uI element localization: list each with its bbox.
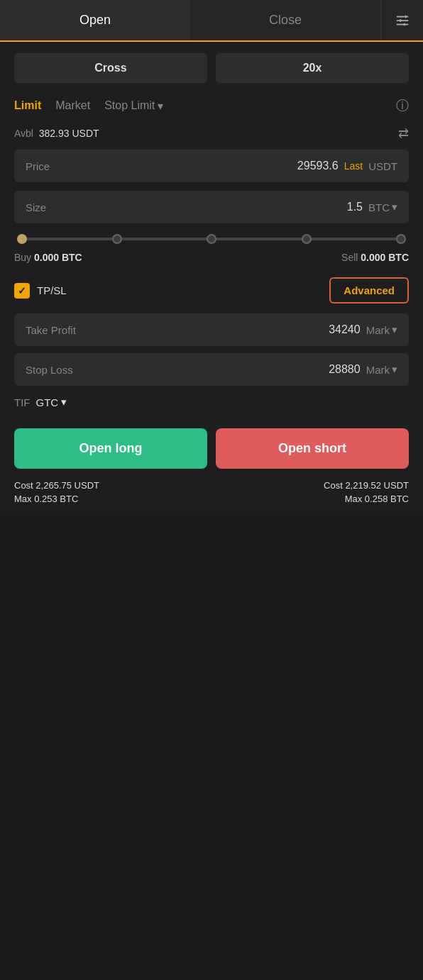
- slider-dot-25: [110, 232, 124, 246]
- tab-open[interactable]: Open: [0, 0, 190, 40]
- order-type-market[interactable]: Market: [55, 99, 90, 112]
- tif-label: TIF: [14, 396, 31, 408]
- price-value-row: 29593.6 Last USDT: [297, 160, 397, 172]
- price-unit: USDT: [368, 160, 397, 172]
- stop-loss-chevron-icon: ▾: [392, 363, 397, 376]
- chevron-down-icon: ▾: [158, 99, 163, 113]
- avbl-label: Avbl 382.93 USDT: [14, 128, 99, 139]
- avbl-amount: 382.93 USDT: [39, 128, 99, 139]
- sell-value: 0.000 BTC: [361, 252, 409, 263]
- tpsl-label: TP/SL: [37, 284, 67, 296]
- slider-dot-75: [300, 232, 314, 246]
- sell-label: Sell 0.000 BTC: [341, 252, 409, 263]
- size-value-row: 1.5 BTC ▾: [347, 201, 397, 213]
- open-short-button[interactable]: Open short: [216, 428, 409, 469]
- mode-row: Cross 20x: [14, 53, 409, 83]
- price-label: Price: [26, 160, 50, 172]
- buy-label: Buy 0.000 BTC: [14, 252, 82, 263]
- stop-loss-right: 28880 Mark ▾: [329, 363, 397, 376]
- price-tag: Last: [344, 160, 363, 172]
- panel-body: Cross 20x Limit Market Stop Limit ▾ ⓘ Av…: [0, 42, 423, 516]
- advanced-button[interactable]: Advanced: [329, 277, 409, 304]
- short-max: Max 0.258 BTC: [345, 494, 409, 504]
- settings-icon[interactable]: [380, 0, 423, 40]
- slider-dot-100: [394, 232, 408, 246]
- tif-row: TIF GTC ▾: [14, 396, 409, 408]
- tif-dropdown[interactable]: GTC ▾: [36, 396, 67, 408]
- cost-row: Cost 2,265.75 USDT Cost 2,219.52 USDT: [14, 480, 409, 491]
- short-cost: Cost 2,219.52 USDT: [324, 480, 409, 491]
- tpsl-row: ✓ TP/SL Advanced: [14, 277, 409, 304]
- buy-value: 0.000 BTC: [34, 252, 82, 263]
- take-profit-chevron-icon: ▾: [392, 323, 397, 336]
- long-max: Max 0.253 BTC: [14, 494, 78, 504]
- action-buttons: Open long Open short: [14, 428, 409, 469]
- cross-button[interactable]: Cross: [14, 53, 207, 83]
- tabs-row: Open Close: [0, 0, 423, 42]
- long-cost: Cost 2,265.75 USDT: [14, 480, 99, 491]
- transfer-icon[interactable]: ⇄: [398, 126, 409, 141]
- tp-sl-inputs: Take Profit 34240 Mark ▾ Stop Loss 28880…: [14, 313, 409, 386]
- price-value: 29593.6: [297, 160, 339, 172]
- order-type-limit[interactable]: Limit: [14, 99, 41, 112]
- order-type-row: Limit Market Stop Limit ▾ ⓘ: [14, 97, 409, 114]
- take-profit-right: 34240 Mark ▾: [329, 323, 397, 336]
- trading-panel: Open Close Cross 20x Limit Market Stop L…: [0, 0, 423, 516]
- buy-sell-row: Buy 0.000 BTC Sell 0.000 BTC: [14, 252, 409, 263]
- slider-track[interactable]: [17, 238, 406, 240]
- tab-close[interactable]: Close: [190, 0, 380, 40]
- stop-loss-unit[interactable]: Mark ▾: [366, 363, 397, 376]
- stop-loss-value: 28880: [329, 363, 361, 376]
- take-profit-input[interactable]: Take Profit 34240 Mark ▾: [14, 313, 409, 346]
- price-input-field[interactable]: Price 29593.6 Last USDT: [14, 150, 409, 182]
- tpsl-checkbox[interactable]: ✓: [14, 283, 30, 299]
- leverage-button[interactable]: 20x: [216, 53, 409, 83]
- size-unit-dropdown[interactable]: BTC ▾: [368, 201, 397, 213]
- stop-loss-label: Stop Loss: [26, 364, 73, 376]
- slider-dots: [17, 234, 406, 244]
- size-value: 1.5: [347, 201, 363, 213]
- slider-dot-50: [204, 232, 219, 246]
- tif-chevron-icon: ▾: [61, 396, 67, 408]
- info-icon[interactable]: ⓘ: [396, 97, 409, 114]
- slider-dot-0: [15, 232, 29, 246]
- stop-loss-input[interactable]: Stop Loss 28880 Mark ▾: [14, 353, 409, 386]
- take-profit-value: 34240: [329, 323, 361, 336]
- size-input-field[interactable]: Size 1.5 BTC ▾: [14, 191, 409, 223]
- size-label: Size: [26, 201, 46, 213]
- slider-container[interactable]: [14, 238, 409, 240]
- tpsl-left: ✓ TP/SL: [14, 283, 67, 299]
- take-profit-label: Take Profit: [26, 324, 76, 336]
- max-row: Max 0.253 BTC Max 0.258 BTC: [14, 494, 409, 504]
- order-type-stop-limit[interactable]: Stop Limit ▾: [104, 99, 163, 113]
- take-profit-unit[interactable]: Mark ▾: [366, 323, 397, 336]
- avbl-row: Avbl 382.93 USDT ⇄: [14, 126, 409, 141]
- size-chevron-icon: ▾: [392, 201, 397, 213]
- open-long-button[interactable]: Open long: [14, 428, 207, 469]
